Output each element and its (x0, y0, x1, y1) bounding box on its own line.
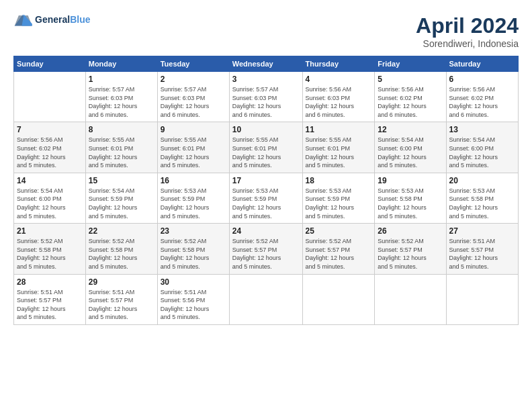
day-number: 19 (378, 176, 443, 185)
day-cell: 22Sunrise: 5:52 AM Sunset: 5:58 PM Dayli… (85, 224, 157, 274)
day-info: Sunrise: 5:56 AM Sunset: 6:02 PM Dayligh… (17, 136, 83, 169)
day-info: Sunrise: 5:51 AM Sunset: 5:57 PM Dayligh… (89, 288, 154, 322)
day-info: Sunrise: 5:54 AM Sunset: 6:00 PM Dayligh… (17, 187, 83, 220)
day-number: 18 (306, 176, 372, 185)
day-number: 17 (232, 176, 300, 185)
calendar-table: SundayMondayTuesdayWednesdayThursdayFrid… (13, 56, 519, 325)
day-info: Sunrise: 5:53 AM Sunset: 5:58 PM Dayligh… (449, 187, 515, 220)
day-info: Sunrise: 5:52 AM Sunset: 5:57 PM Dayligh… (378, 237, 443, 271)
week-row-2: 7Sunrise: 5:56 AM Sunset: 6:02 PM Daylig… (14, 122, 519, 173)
day-number: 11 (306, 125, 372, 134)
day-info: Sunrise: 5:52 AM Sunset: 5:58 PM Dayligh… (17, 237, 83, 271)
day-info: Sunrise: 5:51 AM Sunset: 5:57 PM Dayligh… (17, 288, 83, 322)
day-number: 10 (232, 125, 300, 134)
header: GeneralBlue April 2024 Sorendiweri, Indo… (13, 13, 519, 49)
day-info: Sunrise: 5:53 AM Sunset: 5:58 PM Dayligh… (378, 187, 443, 220)
day-number: 4 (306, 75, 372, 84)
week-row-4: 21Sunrise: 5:52 AM Sunset: 5:58 PM Dayli… (14, 224, 519, 274)
day-number: 13 (449, 125, 515, 134)
day-cell (446, 274, 518, 324)
day-info: Sunrise: 5:54 AM Sunset: 6:00 PM Dayligh… (378, 136, 443, 169)
month-year: April 2024 (416, 13, 519, 38)
day-cell: 24Sunrise: 5:52 AM Sunset: 5:57 PM Dayli… (229, 224, 302, 274)
day-number: 2 (161, 75, 226, 84)
day-cell: 25Sunrise: 5:52 AM Sunset: 5:57 PM Dayli… (302, 224, 375, 274)
day-cell: 15Sunrise: 5:54 AM Sunset: 5:59 PM Dayli… (85, 173, 157, 223)
day-cell: 21Sunrise: 5:52 AM Sunset: 5:58 PM Dayli… (14, 224, 86, 274)
day-info: Sunrise: 5:57 AM Sunset: 6:03 PM Dayligh… (161, 85, 226, 119)
day-cell: 6Sunrise: 5:56 AM Sunset: 6:02 PM Daylig… (446, 72, 518, 122)
day-cell: 13Sunrise: 5:54 AM Sunset: 6:00 PM Dayli… (446, 122, 518, 173)
col-header-saturday: Saturday (446, 56, 518, 72)
day-cell: 11Sunrise: 5:55 AM Sunset: 6:01 PM Dayli… (302, 122, 375, 173)
day-cell: 4Sunrise: 5:56 AM Sunset: 6:03 PM Daylig… (302, 72, 375, 122)
week-row-3: 14Sunrise: 5:54 AM Sunset: 6:00 PM Dayli… (14, 173, 519, 223)
day-cell: 9Sunrise: 5:55 AM Sunset: 6:01 PM Daylig… (157, 122, 229, 173)
day-cell: 26Sunrise: 5:52 AM Sunset: 5:57 PM Dayli… (375, 224, 446, 274)
week-row-5: 28Sunrise: 5:51 AM Sunset: 5:57 PM Dayli… (14, 274, 519, 324)
logo-icon (13, 13, 32, 27)
day-number: 20 (449, 176, 515, 185)
day-info: Sunrise: 5:55 AM Sunset: 6:01 PM Dayligh… (161, 136, 226, 169)
day-info: Sunrise: 5:51 AM Sunset: 5:56 PM Dayligh… (161, 288, 226, 322)
week-row-1: 1Sunrise: 5:57 AM Sunset: 6:03 PM Daylig… (14, 72, 519, 122)
day-cell: 23Sunrise: 5:52 AM Sunset: 5:58 PM Dayli… (157, 224, 229, 274)
col-header-friday: Friday (375, 56, 446, 72)
day-number: 25 (306, 226, 372, 236)
day-info: Sunrise: 5:53 AM Sunset: 5:59 PM Dayligh… (232, 187, 300, 220)
day-cell: 17Sunrise: 5:53 AM Sunset: 5:59 PM Dayli… (229, 173, 302, 223)
day-number: 28 (17, 277, 83, 287)
header-row: SundayMondayTuesdayWednesdayThursdayFrid… (14, 56, 519, 72)
day-cell: 30Sunrise: 5:51 AM Sunset: 5:56 PM Dayli… (157, 274, 229, 324)
day-number: 27 (449, 226, 515, 236)
day-cell (229, 274, 302, 324)
day-number: 8 (89, 125, 154, 134)
day-cell (14, 72, 86, 122)
day-cell: 10Sunrise: 5:55 AM Sunset: 6:01 PM Dayli… (229, 122, 302, 173)
day-number: 14 (17, 176, 83, 185)
day-info: Sunrise: 5:55 AM Sunset: 6:01 PM Dayligh… (232, 136, 300, 169)
day-cell: 18Sunrise: 5:53 AM Sunset: 5:59 PM Dayli… (302, 173, 375, 223)
day-cell: 7Sunrise: 5:56 AM Sunset: 6:02 PM Daylig… (14, 122, 86, 173)
day-cell: 19Sunrise: 5:53 AM Sunset: 5:58 PM Dayli… (375, 173, 446, 223)
day-info: Sunrise: 5:55 AM Sunset: 6:01 PM Dayligh… (89, 136, 154, 169)
title-block: April 2024 Sorendiweri, Indonesia (416, 13, 519, 49)
day-info: Sunrise: 5:56 AM Sunset: 6:02 PM Dayligh… (449, 85, 515, 119)
day-info: Sunrise: 5:54 AM Sunset: 6:00 PM Dayligh… (449, 136, 515, 169)
day-number: 21 (17, 226, 83, 236)
day-cell: 28Sunrise: 5:51 AM Sunset: 5:57 PM Dayli… (14, 274, 86, 324)
day-info: Sunrise: 5:53 AM Sunset: 5:59 PM Dayligh… (306, 187, 372, 220)
day-cell: 12Sunrise: 5:54 AM Sunset: 6:00 PM Dayli… (375, 122, 446, 173)
col-header-wednesday: Wednesday (229, 56, 302, 72)
day-cell: 14Sunrise: 5:54 AM Sunset: 6:00 PM Dayli… (14, 173, 86, 223)
day-info: Sunrise: 5:52 AM Sunset: 5:57 PM Dayligh… (232, 237, 300, 271)
day-number: 1 (89, 75, 154, 84)
day-number: 23 (161, 226, 226, 236)
day-number: 5 (378, 75, 443, 84)
day-info: Sunrise: 5:52 AM Sunset: 5:58 PM Dayligh… (161, 237, 226, 271)
day-info: Sunrise: 5:54 AM Sunset: 5:59 PM Dayligh… (89, 187, 154, 220)
day-info: Sunrise: 5:56 AM Sunset: 6:03 PM Dayligh… (306, 85, 372, 119)
day-number: 16 (161, 176, 226, 185)
day-number: 9 (161, 125, 226, 134)
day-info: Sunrise: 5:51 AM Sunset: 5:57 PM Dayligh… (449, 237, 515, 271)
day-cell: 5Sunrise: 5:56 AM Sunset: 6:02 PM Daylig… (375, 72, 446, 122)
day-number: 12 (378, 125, 443, 134)
day-cell: 2Sunrise: 5:57 AM Sunset: 6:03 PM Daylig… (157, 72, 229, 122)
day-cell: 1Sunrise: 5:57 AM Sunset: 6:03 PM Daylig… (85, 72, 157, 122)
col-header-tuesday: Tuesday (157, 56, 229, 72)
day-cell (302, 274, 375, 324)
day-info: Sunrise: 5:57 AM Sunset: 6:03 PM Dayligh… (89, 85, 154, 119)
page: GeneralBlue April 2024 Sorendiweri, Indo… (0, 0, 532, 411)
day-info: Sunrise: 5:52 AM Sunset: 5:57 PM Dayligh… (306, 237, 372, 271)
day-number: 24 (232, 226, 300, 236)
day-info: Sunrise: 5:53 AM Sunset: 5:59 PM Dayligh… (161, 187, 226, 220)
col-header-monday: Monday (85, 56, 157, 72)
day-cell: 29Sunrise: 5:51 AM Sunset: 5:57 PM Dayli… (85, 274, 157, 324)
day-info: Sunrise: 5:55 AM Sunset: 6:01 PM Dayligh… (306, 136, 372, 169)
logo-text: GeneralBlue (35, 15, 90, 25)
day-number: 3 (232, 75, 300, 84)
day-cell: 20Sunrise: 5:53 AM Sunset: 5:58 PM Dayli… (446, 173, 518, 223)
day-cell: 16Sunrise: 5:53 AM Sunset: 5:59 PM Dayli… (157, 173, 229, 223)
day-info: Sunrise: 5:56 AM Sunset: 6:02 PM Dayligh… (378, 85, 443, 119)
